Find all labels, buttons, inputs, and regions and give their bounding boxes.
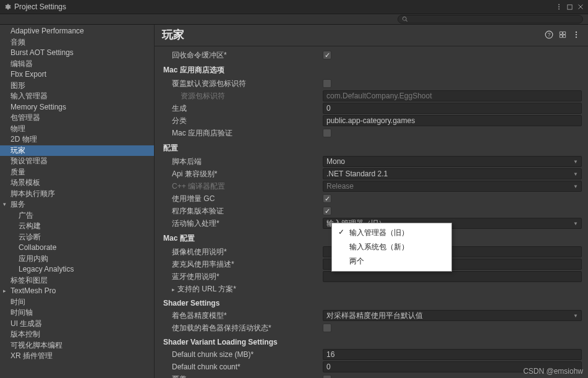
- shaderprec-label: 着色器精度模型*: [163, 311, 323, 321]
- page-title: 玩家: [162, 27, 184, 42]
- category-field[interactable]: [323, 115, 582, 126]
- svg-point-2: [558, 9, 560, 10]
- watermark: CSDN @emsiohw: [523, 367, 583, 376]
- backend-label: 脚本后端: [163, 157, 323, 167]
- content-panel: 玩家 ? 回收命令缓冲区* Mac 应用商店选项 覆盖默认资源包标识符 资源包标…: [155, 25, 588, 378]
- sidebar-item[interactable]: 质量: [0, 167, 154, 178]
- searchbar: [0, 14, 588, 25]
- titlebar: Project Settings: [0, 0, 588, 14]
- window-title: Project Settings: [14, 2, 66, 11]
- menu-icon[interactable]: [572, 30, 581, 39]
- preset-icon[interactable]: [558, 30, 567, 39]
- override-label: 覆盖: [163, 374, 323, 379]
- keepshaders-checkbox[interactable]: [323, 324, 331, 332]
- assembly-label: 程序集版本验证: [163, 206, 323, 217]
- sidebar-item[interactable]: Collaborate: [0, 243, 154, 254]
- chunkcount-label: Default chunk count*: [163, 363, 323, 371]
- sidebar-item[interactable]: UI 生成器: [0, 319, 154, 330]
- cpp-label: C++ 编译器配置: [163, 181, 323, 192]
- dropdown-option-old[interactable]: 输入管理器（旧）: [332, 226, 451, 240]
- sidebar: Adaptive Performance音频Burst AOT Settings…: [0, 25, 155, 378]
- sidebar-item[interactable]: 图形: [0, 80, 154, 92]
- sidebar-item[interactable]: 云构建: [0, 221, 154, 232]
- bt-label: 蓝牙使用说明*: [163, 272, 323, 282]
- override-bundle-label: 覆盖默认资源包标识符: [163, 79, 323, 89]
- assembly-checkbox[interactable]: [323, 207, 331, 215]
- activeinput-label: 活动输入处理*: [163, 218, 323, 229]
- dropdown-option-both[interactable]: 两个: [332, 254, 451, 268]
- sidebar-item[interactable]: 版本控制: [0, 329, 154, 340]
- sidebar-item[interactable]: 编辑器: [0, 59, 154, 70]
- svg-rect-3: [568, 4, 572, 9]
- svg-point-8: [576, 37, 577, 38]
- keepshaders-label: 使加载的着色器保持活动状态*: [163, 323, 323, 333]
- sidebar-item[interactable]: Burst AOT Settings: [0, 48, 154, 59]
- api-dropdown[interactable]: .NET Standard 2.1▼: [323, 168, 582, 179]
- sidebar-item[interactable]: 广告: [0, 210, 154, 221]
- sidebar-item[interactable]: 云诊断: [0, 232, 154, 243]
- mac-store-section: Mac 应用商店选项: [163, 61, 582, 77]
- help-icon[interactable]: ?: [545, 30, 553, 39]
- search-icon: [402, 16, 408, 22]
- gear-icon: [4, 3, 11, 11]
- activeinput-popup: 输入管理器（旧） 输入系统包（新） 两个: [331, 223, 452, 272]
- svg-text:?: ?: [548, 32, 551, 38]
- sidebar-item[interactable]: 时间轴: [0, 307, 154, 319]
- svg-point-7: [576, 34, 577, 35]
- maximize-icon[interactable]: [566, 4, 573, 11]
- bt-field[interactable]: [323, 271, 582, 282]
- svg-point-6: [576, 32, 577, 33]
- shader-section: Shader Settings: [163, 295, 582, 309]
- sidebar-item[interactable]: 2D 物理: [0, 134, 154, 145]
- close-icon[interactable]: [577, 3, 584, 11]
- sidebar-item[interactable]: 应用内购: [0, 254, 154, 265]
- sidebar-item[interactable]: 脚本执行顺序: [0, 189, 154, 200]
- camera-label: 摄像机使用说明*: [163, 247, 323, 257]
- variant-section: Shader Variant Loading Settings: [163, 334, 582, 348]
- dropdown-option-new[interactable]: 输入系统包（新）: [332, 240, 451, 254]
- recall-buffer-checkbox[interactable]: [323, 51, 331, 59]
- sidebar-item[interactable]: 音频: [0, 37, 154, 48]
- sidebar-item[interactable]: XR 插件管理: [0, 351, 154, 362]
- sidebar-item[interactable]: 输入管理器: [0, 91, 154, 102]
- sidebar-item[interactable]: 玩家: [0, 145, 154, 157]
- api-label: Api 兼容级别*: [163, 169, 323, 179]
- svg-point-0: [558, 4, 560, 6]
- bundle-id-field[interactable]: [323, 90, 582, 101]
- sidebar-item[interactable]: 场景模板: [0, 178, 154, 189]
- sidebar-item[interactable]: Adaptive Performance: [0, 26, 154, 37]
- mac-validate-label: Mac 应用商店验证: [163, 128, 323, 139]
- override-checkbox[interactable]: [323, 375, 331, 378]
- chunksize-field[interactable]: [323, 349, 582, 360]
- sidebar-item[interactable]: 可视化脚本编程: [0, 340, 154, 351]
- sidebar-item[interactable]: Legacy Analytics: [0, 264, 154, 275]
- config-section: 配置: [163, 139, 582, 155]
- mic-label: 麦克风使用率描述*: [163, 259, 323, 270]
- build-label: 生成: [163, 103, 323, 114]
- override-bundle-checkbox[interactable]: [323, 79, 331, 88]
- svg-point-1: [558, 6, 560, 7]
- sidebar-item[interactable]: 服务: [0, 199, 154, 210]
- category-label: 分类: [163, 116, 323, 126]
- sidebar-item[interactable]: TextMesh Pro: [0, 286, 154, 297]
- backend-dropdown[interactable]: Mono▼: [323, 156, 582, 167]
- url-schemes-foldout[interactable]: 支持的 URL 方案*: [163, 284, 323, 294]
- shaderprec-dropdown[interactable]: 对采样器精度使用平台默认值▼: [323, 310, 582, 321]
- sidebar-item[interactable]: 时间: [0, 297, 154, 308]
- more-icon[interactable]: [555, 3, 563, 11]
- sidebar-item[interactable]: Fbx Export: [0, 69, 154, 80]
- sidebar-item[interactable]: 标签和图层: [0, 275, 154, 286]
- gc-checkbox[interactable]: [323, 194, 331, 203]
- recall-buffer-label: 回收命令缓冲区*: [163, 50, 323, 61]
- sidebar-item[interactable]: Memory Settings: [0, 102, 154, 113]
- sidebar-item[interactable]: 预设管理器: [0, 156, 154, 167]
- search-input[interactable]: [398, 15, 583, 24]
- sidebar-item[interactable]: 物理: [0, 124, 154, 135]
- bundle-id-label: 资源包标识符: [163, 91, 323, 101]
- sidebar-item[interactable]: 包管理器: [0, 113, 154, 124]
- mac-validate-checkbox[interactable]: [323, 129, 331, 137]
- cpp-dropdown: Release▼: [323, 181, 582, 192]
- build-field[interactable]: [323, 103, 582, 114]
- gc-label: 使用增量 GC: [163, 194, 323, 204]
- chunksize-label: Default chunk size (MB)*: [163, 350, 323, 359]
